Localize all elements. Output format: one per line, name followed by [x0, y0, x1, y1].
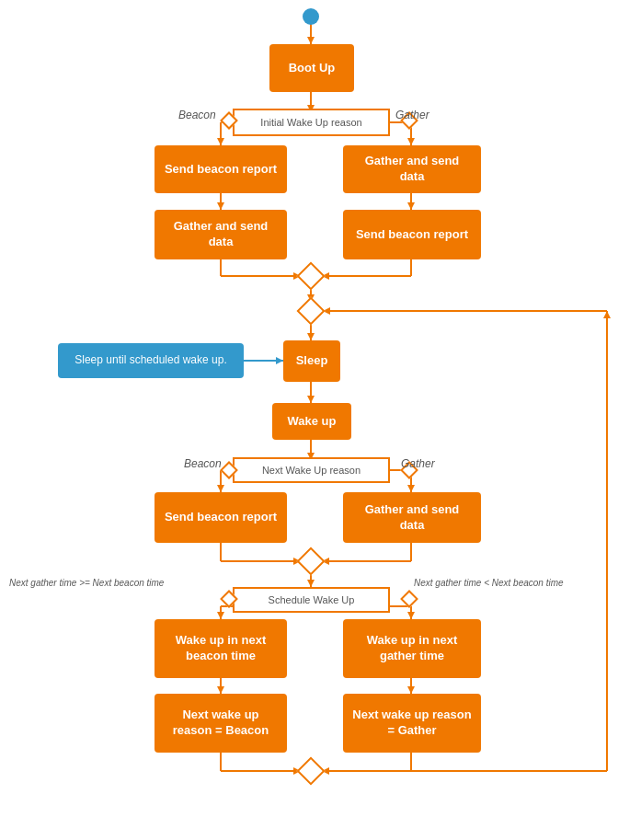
reason-beacon-node: Next wake up reason = Beacon	[155, 694, 287, 753]
svg-marker-60	[603, 311, 611, 318]
svg-marker-9	[407, 138, 415, 145]
sleep-note-label: Sleep until scheduled wake up.	[74, 353, 226, 368]
send-beacon-3-node: Send beacon report	[155, 492, 287, 543]
start-node	[303, 8, 319, 25]
svg-marker-6	[217, 138, 224, 145]
svg-marker-13	[407, 202, 415, 210]
svg-marker-47	[407, 612, 415, 619]
gather-gte-label: Next gather time >= Next beacon time	[9, 578, 184, 588]
svg-marker-11	[217, 202, 224, 210]
send-beacon-2-node: Send beacon report	[343, 210, 481, 259]
svg-marker-30	[217, 485, 224, 492]
svg-marker-64	[276, 357, 283, 364]
gather-send-3-node: Gather and send data	[343, 492, 481, 543]
svg-marker-49	[217, 686, 224, 694]
wake-beacon-time-label: Wake up in next beacon time	[164, 633, 278, 664]
gather-send-1-label: Gather and send data	[352, 154, 472, 185]
svg-marker-41	[307, 580, 315, 587]
wake-beacon-time-node: Wake up in next beacon time	[155, 619, 287, 678]
svg-marker-1	[307, 37, 315, 44]
svg-marker-33	[407, 485, 415, 492]
gather-label-2: Gather	[401, 457, 435, 470]
reason-gather-node: Next wake up reason = Gather	[343, 694, 481, 753]
sleep-node: Sleep	[283, 340, 340, 382]
gather-lt-label: Next gather time < Next beacon time	[414, 578, 598, 588]
start-circle	[303, 8, 319, 25]
svg-marker-44	[217, 612, 224, 619]
boot-up-node: Boot Up	[269, 44, 354, 92]
wake-up-node: Wake up	[272, 403, 351, 440]
flowchart-container: Boot Up Initial Wake Up reason Beacon Ga…	[0, 0, 641, 840]
schedule-wake-node: Schedule Wake Up	[233, 587, 390, 613]
gather-send-2-label: Gather and send data	[164, 219, 278, 250]
gather-send-2-node: Gather and send data	[155, 210, 287, 259]
beacon-label-1: Beacon	[178, 109, 216, 121]
send-beacon-3-label: Send beacon report	[165, 510, 277, 525]
gather-label-1: Gather	[395, 109, 429, 121]
svg-marker-23	[307, 333, 315, 340]
next-decision-label: Next Wake Up reason	[262, 465, 361, 476]
gather-send-3-label: Gather and send data	[352, 502, 472, 534]
wake-gather-time-label: Wake up in next gather time	[352, 633, 472, 664]
schedule-wake-label: Schedule Wake Up	[269, 594, 355, 605]
svg-marker-51	[407, 686, 415, 694]
send-beacon-1-node: Send beacon report	[155, 145, 287, 193]
sleep-note-node: Sleep until scheduled wake up.	[58, 343, 244, 378]
reason-gather-label: Next wake up reason = Gather	[352, 708, 472, 739]
initial-decision-node: Initial Wake Up reason	[233, 109, 390, 136]
initial-decision-label: Initial Wake Up reason	[260, 117, 361, 128]
svg-marker-25	[307, 396, 315, 403]
beacon-label-2: Beacon	[184, 457, 222, 470]
send-beacon-1-label: Send beacon report	[165, 162, 277, 178]
boot-up-label: Boot Up	[289, 61, 336, 76]
next-decision-node: Next Wake Up reason	[233, 457, 390, 483]
send-beacon-2-label: Send beacon report	[356, 227, 468, 243]
wake-gather-time-node: Wake up in next gather time	[343, 619, 481, 678]
reason-beacon-label: Next wake up reason = Beacon	[164, 708, 278, 739]
wake-up-label: Wake up	[288, 414, 337, 430]
sleep-label: Sleep	[296, 353, 328, 369]
gather-send-1-node: Gather and send data	[343, 145, 481, 193]
